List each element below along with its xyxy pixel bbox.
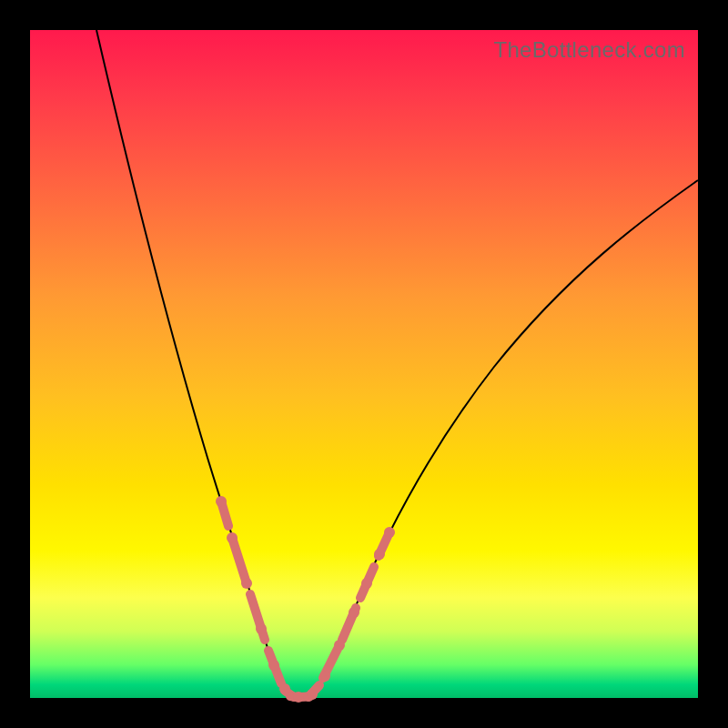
highlight-dot [307, 689, 318, 700]
highlight-dot [319, 671, 330, 682]
curve-layer [30, 30, 698, 698]
curve-left-branch [96, 30, 290, 696]
highlight-dot [256, 623, 267, 634]
highlight-dot [241, 578, 252, 589]
highlight-dot [334, 640, 345, 651]
highlight-dot [374, 549, 385, 560]
highlight-dot [216, 496, 227, 507]
highlight-left [221, 501, 294, 697]
plot-area: TheBottleneck.com [30, 30, 698, 698]
outer-frame: TheBottleneck.com [0, 0, 728, 728]
highlight-dot [349, 607, 359, 618]
highlight-dot [361, 578, 372, 589]
highlight-dot [384, 527, 395, 538]
highlight-dot [268, 660, 279, 671]
highlight-dot [279, 683, 290, 694]
highlight-dot [293, 692, 304, 703]
curve-right-branch [310, 180, 698, 696]
highlight-dot [227, 532, 238, 543]
